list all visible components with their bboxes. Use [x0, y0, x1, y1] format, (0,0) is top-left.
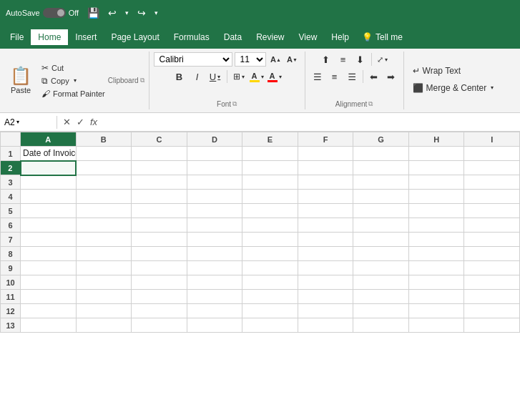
cell-C8[interactable] — [132, 247, 187, 261]
undo-dropdown[interactable]: ▾ — [122, 8, 132, 18]
cell-C1[interactable] — [132, 147, 187, 161]
cell-G1[interactable] — [353, 147, 409, 161]
cell-G7[interactable] — [353, 233, 409, 247]
cell-D3[interactable] — [187, 175, 242, 190]
cell-E2[interactable] — [242, 161, 298, 175]
cell-A5[interactable] — [21, 204, 77, 218]
cell-A12[interactable] — [21, 304, 77, 318]
cell-H7[interactable] — [408, 233, 464, 247]
cell-H2[interactable] — [408, 161, 464, 175]
bottom-align-button[interactable]: ⬇ — [353, 52, 368, 67]
formula-confirm-button[interactable]: ✓ — [75, 117, 86, 127]
cell-B12[interactable] — [76, 304, 132, 318]
cell-C11[interactable] — [132, 290, 187, 304]
cell-A8[interactable] — [21, 247, 77, 261]
cell-H12[interactable] — [408, 304, 464, 318]
menu-item-insert[interactable]: Insert — [68, 29, 104, 45]
cell-ref-dropdown[interactable]: ▾ — [16, 119, 19, 125]
cell-C5[interactable] — [132, 204, 187, 218]
cell-B2[interactable] — [76, 161, 132, 175]
cell-I10[interactable] — [464, 275, 520, 290]
cell-H11[interactable] — [408, 290, 464, 304]
top-align-button[interactable]: ⬆ — [318, 52, 334, 67]
menu-item-file[interactable]: File — [3, 29, 31, 45]
cell-F7[interactable] — [298, 233, 353, 247]
paste-button[interactable]: 📋 Paste — [4, 64, 37, 97]
cell-A9[interactable] — [21, 261, 77, 275]
cell-D5[interactable] — [187, 204, 242, 218]
cell-I13[interactable] — [464, 318, 520, 333]
cell-D8[interactable] — [187, 247, 242, 261]
cell-F2[interactable] — [298, 161, 353, 175]
cell-G8[interactable] — [353, 247, 409, 261]
formula-function-button[interactable]: fx — [89, 117, 99, 127]
cell-A3[interactable] — [21, 175, 77, 190]
col-header-A[interactable]: A — [21, 132, 77, 147]
cell-H6[interactable] — [408, 218, 464, 233]
cell-F4[interactable] — [298, 190, 353, 204]
autosave-toggle[interactable] — [43, 8, 66, 18]
cell-H13[interactable] — [408, 318, 464, 333]
cell-A2[interactable] — [21, 161, 77, 175]
center-align-button[interactable]: ≡ — [327, 69, 343, 84]
merge-cells-button[interactable]: ⬛ Merge & Center ▾ — [408, 81, 499, 95]
undo-button[interactable]: ↩ — [105, 6, 119, 20]
cell-D6[interactable] — [187, 218, 242, 233]
font-size-select[interactable]: 11 — [235, 52, 266, 67]
cell-C12[interactable] — [132, 304, 187, 318]
cell-I2[interactable] — [464, 161, 520, 175]
cell-C6[interactable] — [132, 218, 187, 233]
cell-G10[interactable] — [353, 275, 409, 290]
cell-F12[interactable] — [298, 304, 353, 318]
col-header-G[interactable]: G — [353, 132, 409, 147]
decrease-indent-button[interactable]: ⬅ — [366, 69, 382, 84]
cell-I6[interactable] — [464, 218, 520, 233]
formula-input[interactable] — [103, 117, 520, 127]
cell-D2[interactable] — [187, 161, 242, 175]
cell-B13[interactable] — [76, 318, 132, 333]
cell-G9[interactable] — [353, 261, 409, 275]
col-header-F[interactable]: F — [298, 132, 353, 147]
cell-F6[interactable] — [298, 218, 353, 233]
cell-E12[interactable] — [242, 304, 298, 318]
cell-reference-box[interactable]: A2 ▾ — [0, 116, 57, 129]
cell-B4[interactable] — [76, 190, 132, 204]
menu-item-home[interactable]: Home — [31, 29, 68, 45]
cell-E1[interactable] — [242, 147, 298, 161]
font-family-select[interactable]: Calibri — [154, 52, 232, 67]
cell-B10[interactable] — [76, 275, 132, 290]
cell-D12[interactable] — [187, 304, 242, 318]
cell-D11[interactable] — [187, 290, 242, 304]
cell-G12[interactable] — [353, 304, 409, 318]
cell-H5[interactable] — [408, 204, 464, 218]
middle-align-button[interactable]: ≡ — [335, 52, 351, 67]
cell-F9[interactable] — [298, 261, 353, 275]
cell-F10[interactable] — [298, 275, 353, 290]
cell-E8[interactable] — [242, 247, 298, 261]
cell-H1[interactable] — [408, 147, 464, 161]
cell-E3[interactable] — [242, 175, 298, 190]
cell-D9[interactable] — [187, 261, 242, 275]
cell-B9[interactable] — [76, 261, 132, 275]
cell-A4[interactable] — [21, 190, 77, 204]
increase-indent-button[interactable]: ➡ — [383, 69, 399, 84]
cell-I5[interactable] — [464, 204, 520, 218]
left-align-button[interactable]: ☰ — [310, 69, 325, 84]
menu-item-view[interactable]: View — [292, 29, 325, 45]
cell-G11[interactable] — [353, 290, 409, 304]
cell-G4[interactable] — [353, 190, 409, 204]
cell-A6[interactable] — [21, 218, 77, 233]
cell-E7[interactable] — [242, 233, 298, 247]
cell-B11[interactable] — [76, 290, 132, 304]
cell-G5[interactable] — [353, 204, 409, 218]
menu-item-formulas[interactable]: Formulas — [167, 29, 217, 45]
col-header-H[interactable]: H — [408, 132, 464, 147]
cell-C2[interactable] — [132, 161, 187, 175]
cell-D1[interactable] — [187, 147, 242, 161]
cell-A10[interactable] — [21, 275, 77, 290]
cell-D7[interactable] — [187, 233, 242, 247]
cut-button[interactable]: ✂ Cut — [39, 62, 108, 74]
cell-D13[interactable] — [187, 318, 242, 333]
cell-B6[interactable] — [76, 218, 132, 233]
cell-H3[interactable] — [408, 175, 464, 190]
